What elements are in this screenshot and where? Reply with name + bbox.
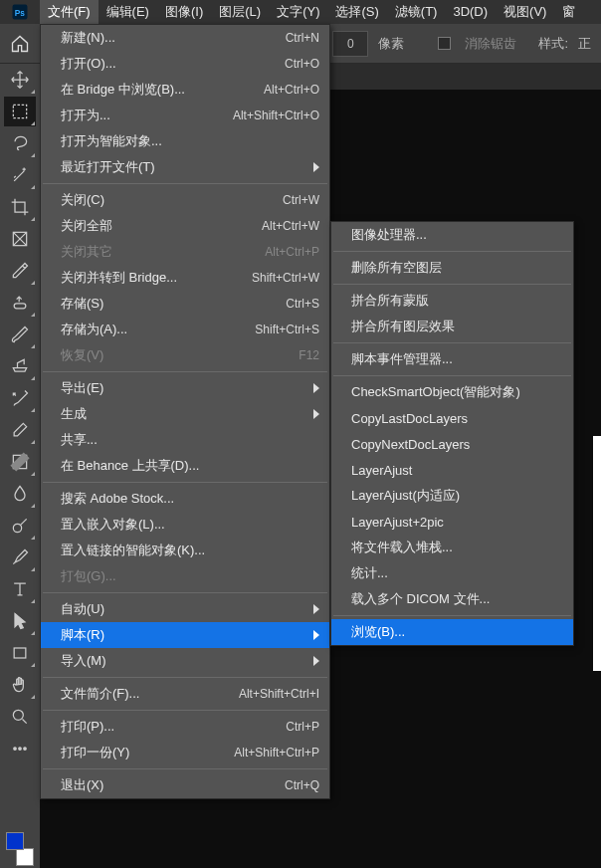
tool-marquee[interactable] — [4, 97, 36, 126]
tool-zoom[interactable] — [4, 702, 36, 732]
tool-pen[interactable] — [4, 542, 36, 572]
tool-brush[interactable] — [4, 320, 36, 349]
file-menu-item-1[interactable]: 打开(O)...Ctrl+O — [41, 51, 329, 77]
tool-eraser[interactable] — [4, 415, 36, 445]
menu-edit[interactable]: 编辑(E) — [99, 0, 157, 24]
script-menu-item-12[interactable]: LayerAjust — [331, 457, 573, 483]
file-menu-item-21[interactable]: 置入嵌入对象(L)... — [41, 512, 329, 538]
menu-view[interactable]: 视图(V) — [496, 0, 554, 24]
tool-edit-toolbar[interactable] — [4, 734, 36, 763]
script-menu-item-10[interactable]: CopyLastDocLayers — [331, 405, 573, 431]
file-menu-item-7[interactable]: 关闭(C)Ctrl+W — [41, 187, 329, 213]
svg-rect-4 — [14, 304, 26, 309]
script-menu-item-7[interactable]: 脚本事件管理器... — [331, 346, 573, 372]
menu-separator — [43, 183, 327, 184]
tool-type[interactable] — [4, 574, 36, 604]
tool-spot-heal[interactable] — [4, 288, 36, 318]
script-menu-item-11[interactable]: CopyNextDocLayers — [331, 431, 573, 457]
menu-image[interactable]: 图像(I) — [157, 0, 211, 24]
tool-magic-wand[interactable] — [4, 160, 36, 190]
tool-clone-stamp[interactable] — [4, 351, 36, 381]
script-menu-item-17[interactable]: 载入多个 DICOM 文件... — [331, 586, 573, 612]
file-menu-item-18[interactable]: 在 Behance 上共享(D)... — [41, 453, 329, 479]
file-menu-item-27[interactable]: 导入(M) — [41, 648, 329, 674]
menu-item-label: 文件简介(F)... — [61, 685, 231, 703]
script-menu-item-9[interactable]: CheckSmartObject(智能对象) — [331, 379, 573, 405]
menu-item-shortcut: Alt+Ctrl+P — [265, 245, 319, 259]
tool-frame[interactable] — [4, 224, 36, 254]
submenu-arrow-icon — [313, 604, 319, 614]
file-menu-item-20[interactable]: 搜索 Adobe Stock... — [41, 486, 329, 512]
file-menu-item-31[interactable]: 打印(P)...Ctrl+P — [41, 714, 329, 740]
background-color[interactable] — [16, 848, 34, 866]
menu-window[interactable]: 窗 — [554, 0, 583, 24]
tool-blur[interactable] — [4, 479, 36, 509]
menu-separator — [333, 251, 571, 252]
menu-item-label: 将文件载入堆栈... — [351, 539, 563, 556]
feather-value[interactable]: 0 — [332, 31, 368, 57]
antialias-checkbox[interactable] — [438, 37, 451, 50]
photoshop-app-icon[interactable]: Ps — [0, 0, 40, 24]
menu-item-label: 在 Bridge 中浏览(B)... — [61, 81, 256, 99]
menu-file[interactable]: 文件(F) — [40, 0, 99, 24]
script-menu-item-16[interactable]: 统计... — [331, 560, 573, 586]
menu-item-shortcut: Shift+Ctrl+W — [252, 271, 319, 285]
script-menu-item-13[interactable]: LayerAjust(内适应) — [331, 483, 573, 509]
menu-type[interactable]: 文字(Y) — [269, 0, 327, 24]
file-menu-item-4[interactable]: 打开为智能对象... — [41, 128, 329, 154]
script-menu-item-0[interactable]: 图像处理器... — [331, 222, 573, 248]
script-menu-item-5[interactable]: 拼合所有图层效果 — [331, 314, 573, 339]
file-menu-item-5[interactable]: 最近打开文件(T) — [41, 154, 329, 180]
file-menu-item-34[interactable]: 退出(X)Ctrl+Q — [41, 772, 329, 798]
file-menu-item-3[interactable]: 打开为...Alt+Shift+Ctrl+O — [41, 103, 329, 128]
file-menu-item-10[interactable]: 关闭并转到 Bridge...Shift+Ctrl+W — [41, 265, 329, 291]
file-menu-item-11[interactable]: 存储(S)Ctrl+S — [41, 291, 329, 317]
file-menu-item-12[interactable]: 存储为(A)...Shift+Ctrl+S — [41, 317, 329, 342]
file-menu-item-26[interactable]: 脚本(R) — [41, 622, 329, 648]
foreground-color[interactable] — [6, 832, 24, 850]
script-menu-item-4[interactable]: 拼合所有蒙版 — [331, 288, 573, 314]
script-menu-item-2[interactable]: 删除所有空图层 — [331, 255, 573, 281]
script-menu-item-19[interactable]: 浏览(B)... — [331, 619, 573, 645]
tool-lasso[interactable] — [4, 128, 36, 158]
file-menu-item-2[interactable]: 在 Bridge 中浏览(B)...Alt+Ctrl+O — [41, 77, 329, 103]
tool-crop[interactable] — [4, 192, 36, 222]
style-value[interactable]: 正 — [578, 35, 591, 53]
script-menu-item-15[interactable]: 将文件载入堆栈... — [331, 535, 573, 560]
file-menu-dropdown: 新建(N)...Ctrl+N打开(O)...Ctrl+O在 Bridge 中浏览… — [40, 24, 330, 799]
tool-path-select[interactable] — [4, 606, 36, 636]
tool-hand[interactable] — [4, 670, 36, 700]
file-menu-item-0[interactable]: 新建(N)...Ctrl+N — [41, 25, 329, 51]
menu-item-label: LayerAjust — [351, 463, 563, 478]
menu-item-label: 新建(N)... — [61, 29, 278, 47]
tool-gradient[interactable] — [4, 447, 36, 477]
file-menu-item-22[interactable]: 置入链接的智能对象(K)... — [41, 538, 329, 563]
file-menu-item-15[interactable]: 导出(E) — [41, 375, 329, 401]
script-submenu-dropdown: 图像处理器...删除所有空图层拼合所有蒙版拼合所有图层效果脚本事件管理器...C… — [330, 221, 574, 646]
file-menu-item-29[interactable]: 文件简介(F)...Alt+Shift+Ctrl+I — [41, 681, 329, 707]
tool-eyedropper[interactable] — [4, 256, 36, 286]
menu-3d[interactable]: 3D(D) — [445, 0, 496, 24]
tool-history-brush[interactable] — [4, 383, 36, 413]
color-swatches[interactable] — [4, 830, 36, 868]
menu-item-label: 拼合所有图层效果 — [351, 318, 563, 335]
script-menu-item-14[interactable]: LayerAjust+2pic — [331, 509, 573, 535]
tool-rectangle[interactable] — [4, 638, 36, 668]
menu-separator — [43, 768, 327, 769]
tool-move[interactable] — [4, 65, 36, 95]
home-icon[interactable] — [0, 24, 40, 64]
file-menu-item-8[interactable]: 关闭全部Alt+Ctrl+W — [41, 213, 329, 239]
file-menu-item-25[interactable]: 自动(U) — [41, 596, 329, 622]
menu-item-label: 打开(O)... — [61, 55, 277, 73]
menu-layer[interactable]: 图层(L) — [211, 0, 269, 24]
menu-item-label: 关闭其它 — [61, 243, 257, 261]
menu-filter[interactable]: 滤镜(T) — [387, 0, 446, 24]
file-menu-item-17[interactable]: 共享... — [41, 427, 329, 453]
file-menu-item-32[interactable]: 打印一份(Y)Alt+Shift+Ctrl+P — [41, 740, 329, 765]
file-menu-item-16[interactable]: 生成 — [41, 401, 329, 427]
menu-select[interactable]: 选择(S) — [327, 0, 386, 24]
menu-separator — [43, 710, 327, 711]
menu-item-shortcut: Ctrl+Q — [285, 778, 319, 792]
menu-item-shortcut: Alt+Shift+Ctrl+I — [239, 687, 319, 701]
tool-dodge[interactable] — [4, 511, 36, 541]
